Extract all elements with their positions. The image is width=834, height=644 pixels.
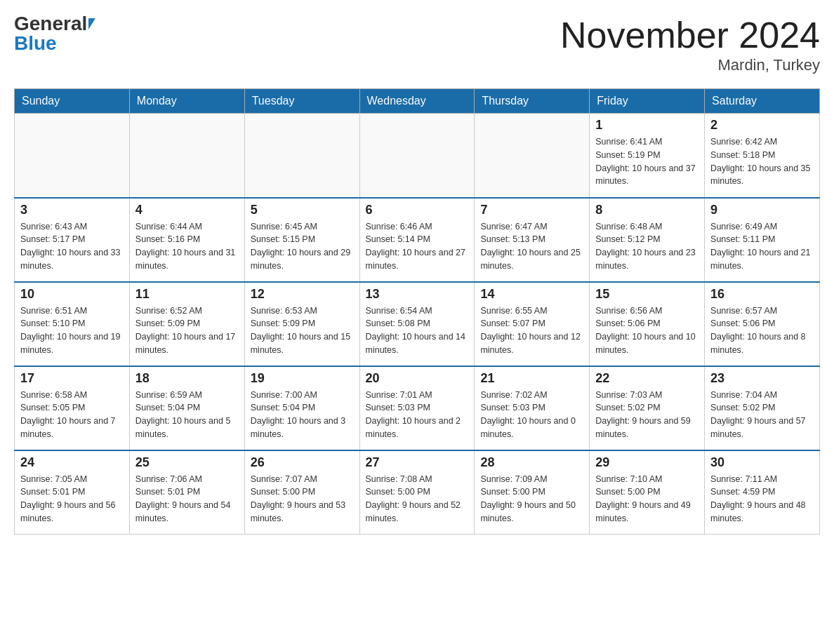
day-number: 18 — [135, 371, 239, 386]
day-info: Sunrise: 6:58 AMSunset: 5:05 PMDaylight:… — [20, 389, 124, 441]
day-info: Sunrise: 7:00 AMSunset: 5:04 PMDaylight:… — [251, 389, 354, 441]
day-number: 27 — [366, 455, 469, 470]
table-row: 4Sunrise: 6:44 AMSunset: 5:16 PMDaylight… — [129, 198, 244, 282]
table-row: 15Sunrise: 6:56 AMSunset: 5:06 PMDayligh… — [590, 282, 705, 366]
day-info: Sunrise: 7:05 AMSunset: 5:01 PMDaylight:… — [20, 473, 124, 525]
day-info: Sunrise: 7:10 AMSunset: 5:00 PMDaylight:… — [595, 473, 699, 525]
table-row: 17Sunrise: 6:58 AMSunset: 5:05 PMDayligh… — [15, 366, 130, 450]
day-info: Sunrise: 6:46 AMSunset: 5:14 PMDaylight:… — [366, 220, 469, 273]
day-info: Sunrise: 7:03 AMSunset: 5:02 PMDaylight:… — [595, 389, 699, 441]
table-row: 14Sunrise: 6:55 AMSunset: 5:07 PMDayligh… — [475, 282, 590, 366]
day-number: 15 — [595, 287, 699, 302]
table-row: 9Sunrise: 6:49 AMSunset: 5:11 PMDaylight… — [705, 198, 820, 282]
day-info: Sunrise: 7:04 AMSunset: 5:02 PMDaylight:… — [710, 389, 814, 441]
col-thursday: Thursday — [475, 89, 590, 114]
table-row: 28Sunrise: 7:09 AMSunset: 5:00 PMDayligh… — [475, 450, 590, 535]
day-info: Sunrise: 6:41 AMSunset: 5:19 PMDaylight:… — [595, 135, 699, 188]
day-number: 14 — [480, 287, 583, 302]
day-info: Sunrise: 7:01 AMSunset: 5:03 PMDaylight:… — [366, 389, 469, 441]
col-wednesday: Wednesday — [359, 89, 475, 114]
day-info: Sunrise: 6:48 AMSunset: 5:12 PMDaylight:… — [595, 220, 699, 273]
table-row — [475, 114, 590, 198]
logo-triangle-icon — [88, 18, 95, 29]
table-row: 11Sunrise: 6:52 AMSunset: 5:09 PMDayligh… — [129, 282, 244, 366]
calendar-week-row: 10Sunrise: 6:51 AMSunset: 5:10 PMDayligh… — [15, 282, 820, 366]
table-row — [15, 114, 130, 198]
calendar-header-row: Sunday Monday Tuesday Wednesday Thursday… — [15, 89, 820, 114]
day-info: Sunrise: 6:54 AMSunset: 5:08 PMDaylight:… — [366, 304, 469, 357]
day-number: 16 — [710, 287, 814, 302]
day-info: Sunrise: 6:43 AMSunset: 5:17 PMDaylight:… — [20, 220, 124, 273]
table-row — [244, 114, 359, 198]
col-sunday: Sunday — [15, 89, 130, 114]
day-info: Sunrise: 6:59 AMSunset: 5:04 PMDaylight:… — [135, 389, 239, 441]
table-row: 19Sunrise: 7:00 AMSunset: 5:04 PMDayligh… — [244, 366, 359, 450]
day-number: 17 — [20, 371, 124, 386]
day-info: Sunrise: 6:52 AMSunset: 5:09 PMDaylight:… — [135, 304, 239, 357]
day-number: 10 — [20, 287, 124, 302]
table-row: 30Sunrise: 7:11 AMSunset: 4:59 PMDayligh… — [705, 450, 820, 535]
day-info: Sunrise: 6:47 AMSunset: 5:13 PMDaylight:… — [480, 220, 583, 273]
logo-general-text: General — [14, 14, 87, 34]
day-info: Sunrise: 7:02 AMSunset: 5:03 PMDaylight:… — [480, 389, 583, 441]
day-number: 25 — [135, 455, 239, 470]
table-row — [129, 114, 244, 198]
table-row: 7Sunrise: 6:47 AMSunset: 5:13 PMDaylight… — [475, 198, 590, 282]
day-number: 26 — [251, 455, 354, 470]
col-friday: Friday — [590, 89, 705, 114]
day-number: 19 — [251, 371, 354, 386]
col-saturday: Saturday — [705, 89, 820, 114]
table-row — [359, 114, 475, 198]
calendar-week-row: 1Sunrise: 6:41 AMSunset: 5:19 PMDaylight… — [15, 114, 820, 198]
day-info: Sunrise: 7:07 AMSunset: 5:00 PMDaylight:… — [251, 473, 354, 525]
calendar-week-row: 24Sunrise: 7:05 AMSunset: 5:01 PMDayligh… — [15, 450, 820, 535]
day-number: 13 — [366, 287, 469, 302]
day-number: 23 — [710, 371, 814, 386]
day-number: 5 — [251, 203, 354, 217]
day-number: 8 — [595, 203, 699, 217]
location: Mardin, Turkey — [560, 56, 820, 74]
title-section: November 2024 Mardin, Turkey — [560, 14, 820, 74]
table-row: 29Sunrise: 7:10 AMSunset: 5:00 PMDayligh… — [590, 450, 705, 535]
col-tuesday: Tuesday — [244, 89, 359, 114]
day-number: 4 — [135, 203, 239, 217]
day-info: Sunrise: 6:44 AMSunset: 5:16 PMDaylight:… — [135, 220, 239, 273]
table-row: 23Sunrise: 7:04 AMSunset: 5:02 PMDayligh… — [705, 366, 820, 450]
day-info: Sunrise: 6:51 AMSunset: 5:10 PMDaylight:… — [20, 304, 124, 357]
table-row: 27Sunrise: 7:08 AMSunset: 5:00 PMDayligh… — [359, 450, 475, 535]
calendar-week-row: 3Sunrise: 6:43 AMSunset: 5:17 PMDaylight… — [15, 198, 820, 282]
calendar-table: Sunday Monday Tuesday Wednesday Thursday… — [14, 88, 820, 535]
table-row: 24Sunrise: 7:05 AMSunset: 5:01 PMDayligh… — [15, 450, 130, 535]
day-number: 22 — [595, 371, 699, 386]
table-row: 10Sunrise: 6:51 AMSunset: 5:10 PMDayligh… — [15, 282, 130, 366]
table-row: 8Sunrise: 6:48 AMSunset: 5:12 PMDaylight… — [590, 198, 705, 282]
table-row: 20Sunrise: 7:01 AMSunset: 5:03 PMDayligh… — [359, 366, 475, 450]
day-number: 7 — [480, 203, 583, 217]
table-row: 22Sunrise: 7:03 AMSunset: 5:02 PMDayligh… — [590, 366, 705, 450]
table-row: 13Sunrise: 6:54 AMSunset: 5:08 PMDayligh… — [359, 282, 475, 366]
day-info: Sunrise: 6:49 AMSunset: 5:11 PMDaylight:… — [710, 220, 814, 273]
day-number: 3 — [20, 203, 124, 217]
day-number: 1 — [595, 118, 699, 133]
day-info: Sunrise: 6:45 AMSunset: 5:15 PMDaylight:… — [251, 220, 354, 273]
day-info: Sunrise: 6:42 AMSunset: 5:18 PMDaylight:… — [710, 135, 814, 188]
table-row: 1Sunrise: 6:41 AMSunset: 5:19 PMDaylight… — [590, 114, 705, 198]
table-row: 21Sunrise: 7:02 AMSunset: 5:03 PMDayligh… — [475, 366, 590, 450]
day-number: 24 — [20, 455, 124, 470]
day-number: 9 — [710, 203, 814, 217]
table-row: 2Sunrise: 6:42 AMSunset: 5:18 PMDaylight… — [705, 114, 820, 198]
day-number: 12 — [251, 287, 354, 302]
day-info: Sunrise: 6:57 AMSunset: 5:06 PMDaylight:… — [710, 304, 814, 357]
table-row: 5Sunrise: 6:45 AMSunset: 5:15 PMDaylight… — [244, 198, 359, 282]
table-row: 25Sunrise: 7:06 AMSunset: 5:01 PMDayligh… — [129, 450, 244, 535]
day-number: 30 — [710, 455, 814, 470]
day-number: 11 — [135, 287, 239, 302]
day-info: Sunrise: 6:56 AMSunset: 5:06 PMDaylight:… — [595, 304, 699, 357]
day-number: 29 — [595, 455, 699, 470]
page-header: General Blue November 2024 Mardin, Turke… — [14, 14, 820, 74]
day-info: Sunrise: 7:09 AMSunset: 5:00 PMDaylight:… — [480, 473, 583, 525]
day-info: Sunrise: 7:08 AMSunset: 5:00 PMDaylight:… — [366, 473, 469, 525]
table-row: 18Sunrise: 6:59 AMSunset: 5:04 PMDayligh… — [129, 366, 244, 450]
day-number: 21 — [480, 371, 583, 386]
day-number: 6 — [366, 203, 469, 217]
